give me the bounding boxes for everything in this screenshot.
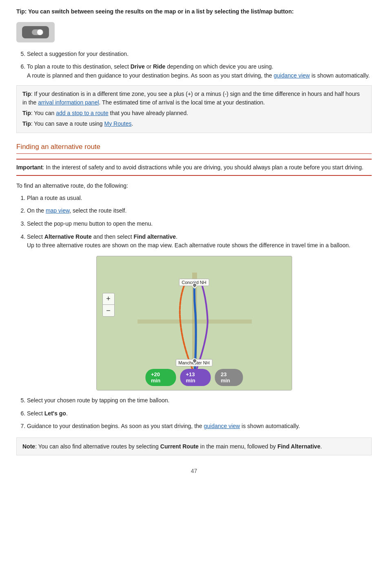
tip3-text: : You can (31, 110, 55, 116)
current-route-label: Current Route (160, 443, 199, 450)
after-map-steps: Select your chosen route by tapping on t… (16, 396, 372, 431)
alt-step1-text: Plan a route as usual. (27, 195, 82, 201)
balloon-plus13[interactable]: +13 min (180, 369, 211, 386)
alt-step3-text: Select the pop-up menu button to open th… (27, 220, 153, 227)
after-step7-pre: Guidance to your destination begins. As … (27, 423, 202, 429)
alt-step4-mid: and then select (93, 233, 134, 240)
important-block: Important: In the interest of safety and… (16, 159, 372, 176)
tip-block: Tip: If your destination is in a differe… (16, 85, 372, 133)
tip2-paragraph: Tip: If your destination is in a differe… (22, 90, 366, 107)
step5-text: Select a suggestion for your destination… (27, 51, 129, 57)
tip2-label: Tip (22, 91, 31, 97)
after-step6-pre: Select (27, 410, 43, 417)
step6-sub2: is shown automatically. (311, 72, 370, 79)
map-view-link[interactable]: map view (46, 207, 69, 214)
alt-step4-pre: Select (27, 233, 43, 240)
toggle-knob (37, 29, 43, 35)
find-alternative-label: Find alternative (133, 233, 175, 240)
note-text: : You can also find alternative routes b… (35, 443, 159, 450)
note-block: Note: You can also find alternative rout… (16, 437, 372, 455)
tip4-label: Tip (22, 120, 31, 127)
alt-step-4: Select Alternative Route and then select… (27, 233, 372, 250)
find-alternative-note-label: Find Alternative (277, 443, 320, 450)
after-step-6: Select Let's go. (27, 409, 372, 418)
alt-step2-pre: On the (27, 207, 44, 214)
toggle-switch (32, 29, 43, 35)
guidance-view-link-2[interactable]: guidance view (204, 423, 240, 429)
after-step6-post: . (66, 410, 68, 417)
step-5: Select a suggestion for your destination… (27, 50, 372, 59)
after-step5-text: Select your chosen route by tapping on t… (27, 397, 169, 404)
alt-step2-post: , select the route itself. (69, 207, 126, 214)
tip4-text: : You can save a route using (31, 120, 103, 127)
zoom-controls: + − (102, 293, 115, 317)
step6-sub: A route is planned and then guidance to … (27, 72, 272, 79)
page-number: 47 (16, 468, 372, 474)
step-6: To plan a route to this destination, sel… (27, 62, 372, 80)
add-stop-link[interactable]: add a stop to a route (56, 110, 108, 116)
zoom-in-button[interactable]: + (103, 293, 114, 305)
section-divider (16, 153, 372, 154)
step6-drive-label: Drive (131, 63, 146, 70)
after-step7-post: is shown automatically. (242, 423, 300, 429)
balloon-plus20[interactable]: +20 min (145, 369, 176, 386)
alt-step-3: Select the pop-up menu button to open th… (27, 220, 372, 229)
step6-ride-label: Ride (153, 63, 167, 70)
alt-route-label: Alternative Route (44, 233, 92, 240)
section-heading: Finding an alternative route (16, 143, 372, 151)
tip3-paragraph: Tip: You can add a stop to a route that … (22, 109, 366, 118)
important-text: : In the interest of safety and to avoid… (43, 164, 364, 171)
after-step-5: Select your chosen route by tapping on t… (27, 396, 372, 405)
toggle-icon-wrapper (16, 20, 372, 44)
tip3-label: Tip (22, 110, 31, 116)
note-label: Note (22, 443, 35, 450)
my-routes-link[interactable]: My Routes (104, 120, 132, 127)
step6-rest: depending on which device you are using. (167, 63, 273, 70)
alt-route-steps: Plan a route as usual. On the map view, … (16, 194, 372, 250)
alt-step-2: On the map view, select the route itself… (27, 206, 372, 215)
tip1-text: Tip: You can switch between seeing the r… (16, 7, 372, 16)
tip4-post: . (131, 120, 133, 127)
plan-route-steps: Select a suggestion for your destination… (16, 50, 372, 80)
alt-step-1: Plan a route as usual. (27, 194, 372, 203)
balloon-23[interactable]: 23 min (215, 369, 243, 386)
alt-step4-sub: Up to three alternative routes are shown… (27, 242, 350, 249)
map-toggle-circles (32, 29, 43, 35)
note-mid: in the main menu, followed by (200, 443, 277, 450)
zoom-out-button[interactable]: − (103, 305, 114, 316)
step6-or: or (146, 63, 151, 70)
tip2-post: . The estimated time of arrival is the l… (99, 99, 265, 106)
guidance-view-link-1[interactable]: guidance view (274, 72, 310, 79)
note-post: . (320, 443, 322, 450)
tip3-post: that you have already planned. (110, 110, 188, 116)
lets-go-label: Let's go (44, 410, 66, 417)
alt-step4-post: . (176, 233, 177, 240)
balloon-row: +20 min +13 min 23 min (145, 369, 243, 386)
tip1-label: Tip: You can switch between seeing the r… (16, 8, 294, 15)
important-label: Important (16, 164, 43, 171)
toggle-icon (16, 22, 55, 42)
after-step-7: Guidance to your destination begins. As … (27, 422, 372, 431)
intro-text: To find an alternative route, do the fol… (16, 182, 372, 191)
step6-main: To plan a route to this destination, sel… (27, 63, 129, 70)
tip4-paragraph: Tip: You can save a route using My Route… (22, 120, 366, 129)
arrival-info-panel-link[interactable]: arrival information panel (38, 99, 99, 106)
map-image: ◀ Select alternative route + − Concord N… (96, 256, 292, 391)
